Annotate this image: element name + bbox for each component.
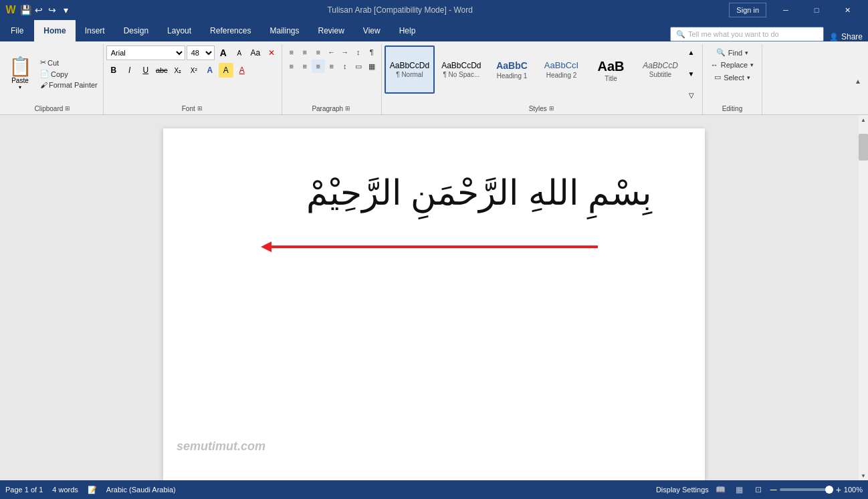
zoom-plus-icon[interactable]: + bbox=[836, 484, 841, 495]
clipboard-expand-icon[interactable]: ⊞ bbox=[64, 104, 71, 112]
undo-icon[interactable]: ↩ bbox=[33, 5, 44, 15]
shading-button[interactable]: ▭ bbox=[352, 60, 365, 73]
font-color-button[interactable]: A bbox=[235, 63, 249, 78]
word-icon[interactable]: W bbox=[5, 5, 16, 15]
close-button[interactable]: ✕ bbox=[832, 0, 863, 20]
tab-home[interactable]: Home bbox=[34, 20, 75, 41]
title-bar-right: Sign in ─ □ ✕ bbox=[729, 0, 863, 20]
ribbon: 📋 Paste ▾ ✂ Cut 📄 Copy 🖌 Format Painter bbox=[0, 41, 868, 115]
minimize-button[interactable]: ─ bbox=[770, 0, 801, 20]
tab-layout[interactable]: Layout bbox=[158, 20, 201, 41]
sign-in-button[interactable]: Sign in bbox=[729, 3, 766, 17]
borders-button[interactable]: ▦ bbox=[365, 60, 378, 73]
tab-design[interactable]: Design bbox=[114, 20, 158, 41]
underline-button[interactable]: U bbox=[138, 63, 153, 78]
font-family-select[interactable]: Arial bbox=[106, 45, 185, 60]
scroll-up-button[interactable]: ▲ bbox=[859, 115, 868, 124]
right-scrollbar[interactable]: ▲ ▼ bbox=[859, 115, 868, 480]
bullets-button[interactable]: ≡ bbox=[285, 45, 298, 59]
multilevel-button[interactable]: ≡ bbox=[312, 45, 325, 59]
align-left-button[interactable]: ≡ bbox=[285, 60, 298, 73]
zoom-level[interactable]: 100% bbox=[844, 486, 863, 494]
language-info[interactable]: Arabic (Saudi Arabia) bbox=[106, 486, 176, 494]
style-title-preview: AaB bbox=[597, 58, 624, 75]
line-spacing-button[interactable]: ↕ bbox=[338, 60, 352, 73]
styles-expand-icon[interactable]: ⊞ bbox=[548, 104, 555, 112]
document-page[interactable]: بِسْمِ اللهِ الرَّحْمَنِ الرَّحِيْمْ sem… bbox=[163, 128, 705, 480]
shrink-font-button[interactable]: A bbox=[232, 45, 247, 60]
redo-icon[interactable]: ↪ bbox=[47, 5, 58, 15]
change-case-button[interactable]: Aa bbox=[248, 45, 263, 60]
scroll-down-button[interactable]: ▼ bbox=[859, 471, 868, 480]
display-settings[interactable]: Display Settings bbox=[656, 486, 709, 494]
superscript-button[interactable]: X² bbox=[187, 63, 201, 78]
tab-view[interactable]: View bbox=[354, 20, 390, 41]
cut-button[interactable]: ✂ Cut bbox=[37, 58, 100, 68]
show-hide-button[interactable]: ¶ bbox=[365, 45, 378, 59]
styles-scroll-down[interactable]: ▼ bbox=[686, 68, 697, 79]
share-button[interactable]: 👤 Share bbox=[829, 32, 868, 41]
replace-label: Replace bbox=[721, 61, 748, 69]
replace-button[interactable]: ↔ Replace ▾ bbox=[707, 60, 758, 70]
collapse-ribbon-button[interactable]: ▲ bbox=[852, 75, 864, 87]
view-print-button[interactable]: ▦ bbox=[733, 483, 746, 496]
subscript-button[interactable]: X₂ bbox=[171, 63, 185, 78]
increase-indent-button[interactable]: → bbox=[338, 45, 352, 59]
clipboard-group: 📋 Paste ▾ ✂ Cut 📄 Copy 🖌 Format Painter bbox=[3, 44, 104, 114]
paste-button[interactable]: 📋 Paste ▾ bbox=[5, 56, 35, 92]
sort-button[interactable]: ↕ bbox=[352, 45, 365, 59]
clear-format-button[interactable]: ✕ bbox=[264, 45, 279, 60]
font-expand-icon[interactable]: ⊞ bbox=[197, 104, 203, 112]
paragraph-expand-icon[interactable]: ⊞ bbox=[344, 104, 351, 112]
format-painter-icon: 🖌 bbox=[40, 81, 47, 89]
justify-button[interactable]: ≡ bbox=[325, 60, 338, 73]
status-bar-right: Display Settings 📖 ▦ ⊡ ─ + 100% bbox=[656, 483, 863, 496]
highlight-button[interactable]: A bbox=[219, 63, 233, 78]
numbering-button[interactable]: ≡ bbox=[298, 45, 312, 59]
view-web-button[interactable]: ⊡ bbox=[752, 483, 765, 496]
tab-mailings[interactable]: Mailings bbox=[260, 20, 308, 41]
scroll-thumb[interactable] bbox=[859, 134, 868, 161]
zoom-minus-icon[interactable]: ─ bbox=[770, 484, 777, 495]
format-painter-button[interactable]: 🖌 Format Painter bbox=[37, 80, 100, 90]
view-read-button[interactable]: 📖 bbox=[714, 483, 728, 496]
select-button[interactable]: ▭ Select ▾ bbox=[710, 72, 754, 83]
paragraph-group: ≡ ≡ ≡ ← → ↕ ¶ ≡ ≡ ≡ ≡ ↕ ▭ ▦ Paragraph ⊞ bbox=[282, 44, 382, 114]
italic-button[interactable]: I bbox=[122, 63, 137, 78]
style-normal[interactable]: AaBbCcDd ¶ Normal bbox=[385, 45, 435, 94]
restore-button[interactable]: □ bbox=[801, 0, 832, 20]
tab-help[interactable]: Help bbox=[390, 20, 425, 41]
grow-font-button[interactable]: A bbox=[216, 45, 231, 60]
red-arrow bbox=[270, 244, 598, 250]
style-heading1[interactable]: AaBbC Heading 1 bbox=[488, 45, 536, 94]
page-info: Page 1 of 1 bbox=[5, 486, 43, 494]
tab-file[interactable]: File bbox=[0, 20, 34, 41]
proofing-icon[interactable]: 📝 bbox=[88, 486, 97, 494]
styles-scroll-up[interactable]: ▲ bbox=[686, 47, 697, 58]
style-title[interactable]: AaB Title bbox=[587, 45, 635, 94]
tab-review[interactable]: Review bbox=[308, 20, 353, 41]
font-size-select[interactable]: 48 bbox=[187, 45, 215, 60]
align-center-button[interactable]: ≡ bbox=[298, 60, 312, 73]
style-heading2[interactable]: AaBbCcI Heading 2 bbox=[538, 45, 586, 94]
find-button[interactable]: 🔍 Find ▾ bbox=[712, 47, 752, 58]
copy-button[interactable]: 📄 Copy bbox=[37, 69, 100, 79]
style-title-label: Title bbox=[605, 75, 617, 82]
align-right-button[interactable]: ≡ bbox=[312, 60, 325, 73]
quick-access-bar: 💾 ↩ ↪ ▾ bbox=[20, 5, 71, 15]
tab-insert[interactable]: Insert bbox=[76, 20, 114, 41]
customize-qat-icon[interactable]: ▾ bbox=[60, 5, 71, 15]
decrease-indent-button[interactable]: ← bbox=[325, 45, 338, 59]
style-subtitle[interactable]: AaBbCcD Subtitle bbox=[637, 45, 685, 94]
search-box[interactable]: 🔍 Tell me what you want to do bbox=[670, 27, 824, 41]
save-icon[interactable]: 💾 bbox=[20, 5, 31, 15]
tab-references[interactable]: References bbox=[201, 20, 260, 41]
strikethrough-button[interactable]: abc bbox=[154, 63, 169, 78]
styles-label: Styles bbox=[529, 105, 547, 112]
style-no-spacing[interactable]: AaBbCcDd ¶ No Spac... bbox=[436, 45, 486, 94]
zoom-slider[interactable] bbox=[780, 488, 833, 491]
styles-scroll-more[interactable]: ▽ bbox=[686, 90, 697, 100]
format-painter-label: Format Painter bbox=[49, 81, 98, 89]
bold-button[interactable]: B bbox=[106, 63, 121, 78]
text-effects-button[interactable]: A bbox=[203, 63, 217, 78]
